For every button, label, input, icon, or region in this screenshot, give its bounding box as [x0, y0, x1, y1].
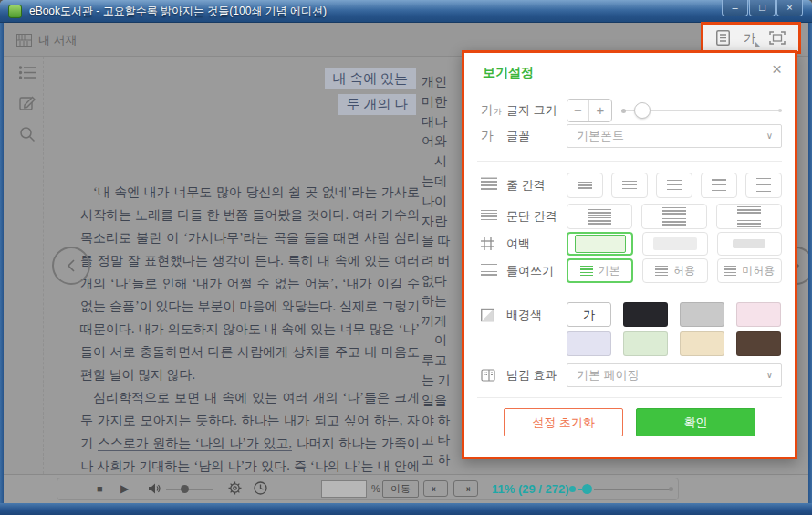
- text-fragment: 려 버: [422, 251, 463, 271]
- chevron-left-icon: [66, 258, 77, 273]
- bg-swatch-green[interactable]: [623, 331, 668, 356]
- paragraph-2-underlined-note: 스스로가 원하는 ‘나의 나’가 있고,: [98, 436, 292, 451]
- indent-option-allow[interactable]: 허용: [642, 258, 707, 283]
- note-edit-icon[interactable]: [19, 95, 36, 111]
- previous-page-button[interactable]: [52, 247, 90, 285]
- page-layout-icon[interactable]: [716, 30, 730, 46]
- font-size-slider-handle[interactable]: [634, 102, 651, 119]
- font-family-label: 글꼴: [506, 128, 530, 144]
- progress-slider-handle[interactable]: [582, 484, 592, 494]
- font-family-select[interactable]: 기본폰트 ∨: [567, 124, 782, 148]
- margin-option-small[interactable]: [567, 232, 633, 256]
- indent-option-disallow[interactable]: 미허용: [717, 258, 782, 283]
- bg-swatch-dark[interactable]: [623, 302, 668, 327]
- volume-icon[interactable]: [148, 482, 161, 495]
- tts-settings-gear-icon[interactable]: [228, 481, 242, 495]
- text-fragment: 시: [422, 152, 463, 172]
- text-fragment: 루고: [422, 351, 463, 371]
- line-spacing-option-4[interactable]: [701, 173, 737, 198]
- font-size-increase-button[interactable]: +: [589, 100, 611, 121]
- font-settings-icon[interactable]: 가 ◣: [744, 30, 755, 47]
- search-icon[interactable]: [19, 126, 36, 142]
- background-color-icon: [481, 308, 494, 321]
- panel-close-icon[interactable]: ×: [772, 59, 782, 79]
- percent-jump-input[interactable]: [321, 480, 367, 498]
- font-size-label: 글자 크기: [506, 102, 557, 119]
- text-fragment: 는데: [422, 172, 463, 192]
- font-size-decrease-button[interactable]: −: [567, 100, 589, 121]
- bg-swatch-cream[interactable]: [680, 331, 724, 356]
- paragraph-2: 심리학적으로 보면 내 속에 있는 여러 개의 ‘나’들은 크게 두 가지로 모…: [80, 386, 420, 474]
- text-fragment: 개인: [422, 72, 463, 92]
- text-fragment: 자란: [422, 212, 463, 232]
- next-page-text-edge: 개인 미한 대나 어와 시 는데 나이 자란 을 따 려 버 없다 하는 끼게 …: [422, 72, 463, 474]
- line-spacing-option-3[interactable]: [656, 173, 692, 198]
- minimize-button[interactable]: –: [722, 0, 748, 16]
- volume-slider[interactable]: [166, 489, 213, 490]
- margin-option-medium[interactable]: [642, 232, 707, 256]
- margin-option-large[interactable]: [717, 232, 782, 256]
- window-border-bottom: [0, 503, 812, 515]
- sidebar-divider: [43, 57, 44, 474]
- paragraph-spacing-label: 문단 간격: [506, 208, 557, 225]
- my-library-label: 내 서재: [38, 32, 78, 48]
- jump-to-last-button[interactable]: ⇥: [453, 480, 478, 497]
- divider: [477, 289, 782, 289]
- reading-timer-clock-icon[interactable]: [254, 481, 267, 495]
- table-of-contents-icon[interactable]: [19, 66, 36, 79]
- my-library-button[interactable]: 내 서재: [16, 32, 78, 48]
- paragraph-spacing-row: 문단 간격: [464, 204, 795, 229]
- page-effect-row: 넘김 효과 기본 페이징 ∨: [464, 363, 795, 387]
- text-fragment: 대나: [422, 112, 463, 132]
- progress-start-dot: [569, 486, 576, 492]
- background-color-label: 배경색: [506, 307, 542, 323]
- page-effect-select[interactable]: 기본 페이징 ∨: [567, 363, 782, 387]
- line-spacing-label: 줄 간격: [506, 177, 546, 194]
- bg-swatch-gray[interactable]: [680, 302, 724, 327]
- text-fragment: 이: [422, 331, 463, 351]
- jump-to-first-button[interactable]: ⇤: [423, 480, 448, 497]
- ebook-reader-window: eBook도서관 - 고요할수록 밝아지는 것들(100쇄 기념 에디션) – …: [0, 0, 812, 515]
- paragraph-spacing-option-1[interactable]: [567, 204, 632, 229]
- line-spacing-row: 줄 간격: [464, 173, 795, 198]
- slider-min-dot: [621, 109, 626, 113]
- text-fragment: 끼게: [422, 311, 463, 331]
- reset-settings-button[interactable]: 설정 초기화: [504, 408, 623, 436]
- bg-swatch-brown[interactable]: [736, 331, 781, 356]
- maximize-button[interactable]: □: [749, 0, 776, 16]
- text-fragment: 없다: [422, 271, 463, 291]
- chevron-down-icon: ∨: [766, 364, 773, 386]
- view-tools-highlight-box: 가 ◣: [701, 22, 801, 54]
- confirm-button[interactable]: 확인: [636, 408, 755, 436]
- font-settings-glyph: 가: [744, 30, 755, 47]
- bg-swatch-white[interactable]: 가: [567, 302, 611, 327]
- font-size-row: 가가 글자 크기 − +: [464, 99, 795, 122]
- tts-play-button[interactable]: ▶: [120, 482, 129, 495]
- indent-option-default[interactable]: 기본: [567, 258, 633, 283]
- font-family-value: 기본폰트: [577, 129, 624, 142]
- go-button[interactable]: 이동: [382, 480, 419, 498]
- text-fragment: 미한: [422, 92, 463, 112]
- close-button[interactable]: ×: [776, 0, 803, 16]
- line-spacing-option-1[interactable]: [567, 173, 603, 198]
- tts-stop-button[interactable]: ■: [97, 483, 103, 494]
- paragraph-spacing-option-3[interactable]: [716, 204, 782, 229]
- text-fragment: 을 따: [422, 231, 463, 251]
- font-size-slider[interactable]: [621, 100, 782, 121]
- page-effect-value: 기본 페이징: [577, 368, 640, 382]
- progress-slider-track[interactable]: [594, 489, 671, 490]
- line-spacing-option-2[interactable]: [611, 173, 648, 198]
- paragraph-spacing-option-2[interactable]: [641, 204, 707, 229]
- line-spacing-option-5[interactable]: [745, 173, 782, 198]
- indent-allow-label: 허용: [673, 263, 695, 279]
- fullscreen-icon[interactable]: [769, 31, 786, 45]
- bg-swatch-lavender[interactable]: [567, 331, 611, 356]
- indent-row: 들여쓰기 기본 허용 미허용: [464, 258, 795, 283]
- text-fragment: 고 하: [422, 450, 463, 470]
- bg-swatch-pink[interactable]: [736, 302, 781, 327]
- background-color-row-2: [464, 331, 795, 356]
- bookshelf-icon: [16, 34, 32, 47]
- volume-slider-handle[interactable]: [181, 485, 189, 493]
- text-fragment: 나이: [422, 192, 463, 212]
- font-size-icon: 가가: [481, 102, 502, 119]
